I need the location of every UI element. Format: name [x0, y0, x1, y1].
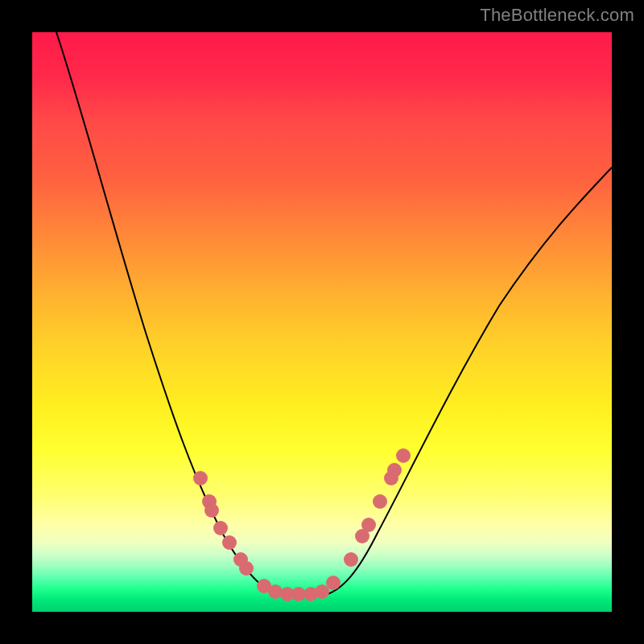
data-marker [222, 535, 237, 550]
data-marker [384, 471, 398, 485]
data-marker [202, 494, 217, 509]
bottleneck-curve-svg [32, 32, 612, 612]
curve-right-branch [322, 167, 612, 596]
data-marker [344, 552, 358, 567]
curve-left-branch [56, 32, 282, 596]
watermark-text: TheBottleneck.com [480, 5, 634, 26]
marker-group [193, 448, 411, 601]
data-marker [326, 576, 341, 590]
data-marker [315, 584, 329, 599]
data-marker [280, 587, 295, 601]
chart-plot-area [32, 32, 612, 612]
data-marker [396, 448, 411, 463]
data-marker [303, 587, 318, 601]
data-marker [268, 584, 283, 599]
data-marker [361, 518, 376, 532]
data-marker [193, 471, 208, 485]
data-marker [257, 579, 271, 593]
data-marker [213, 521, 228, 535]
data-marker [233, 552, 248, 567]
data-marker [355, 529, 369, 543]
data-marker [387, 463, 402, 477]
data-marker [204, 503, 219, 518]
data-marker [373, 494, 387, 509]
data-marker [291, 587, 306, 601]
data-marker [239, 561, 254, 576]
